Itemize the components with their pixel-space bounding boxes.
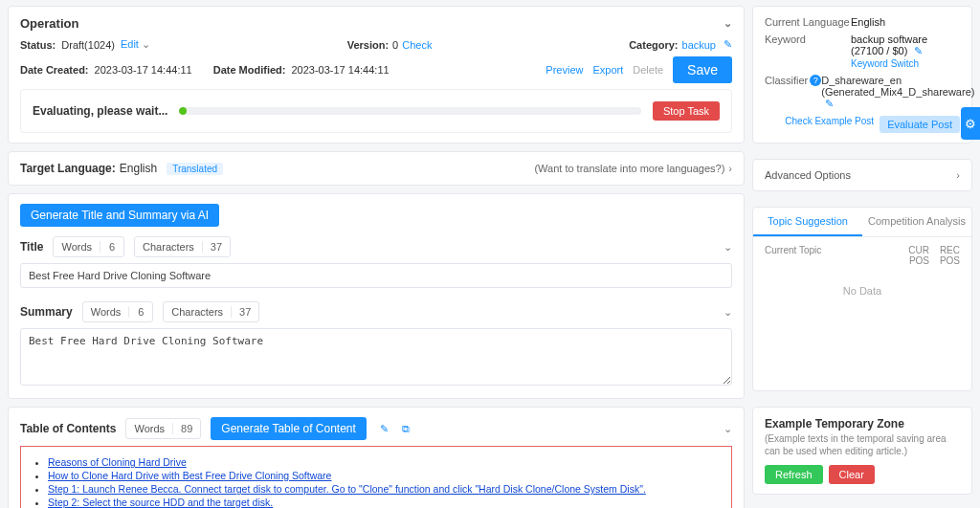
classifier-value-1: D_shareware_en bbox=[821, 75, 902, 86]
chevron-right-icon[interactable]: › bbox=[728, 163, 732, 174]
gear-icon[interactable]: ⚙ bbox=[961, 107, 980, 140]
target-language-panel: Target Language: English Translated (Wan… bbox=[8, 151, 745, 186]
toc-label: Table of Contents bbox=[20, 422, 116, 435]
edit-link[interactable]: Edit ⌄ bbox=[121, 38, 150, 51]
edit-icon[interactable]: ✎ bbox=[914, 45, 923, 56]
generate-toc-button[interactable]: Generate Table of Content bbox=[211, 417, 367, 440]
operation-panel: Operation ⌄ Status: Draft(1024) Edit ⌄ V… bbox=[8, 6, 745, 144]
preview-link[interactable]: Preview bbox=[546, 64, 583, 76]
clear-button[interactable]: Clear bbox=[829, 465, 875, 484]
date-created-label: Date Created: bbox=[20, 64, 89, 76]
keyword-label: Keyword bbox=[765, 33, 851, 69]
status-value: Draft(1024) bbox=[61, 39, 115, 51]
zone-desc: (Example texts in the temporal saving ar… bbox=[765, 432, 960, 457]
toc-item: Reasons of Cloning Hard Drive bbox=[48, 456, 722, 468]
edit-icon[interactable]: ✎ bbox=[724, 38, 732, 51]
edit-icon[interactable]: ✎ bbox=[825, 98, 834, 109]
summary-label: Summary bbox=[20, 305, 73, 319]
check-example-link[interactable]: Check Example Post bbox=[785, 116, 874, 133]
generate-ai-button[interactable]: Generate Title and Summary via AI bbox=[20, 204, 219, 227]
operation-title: Operation bbox=[20, 16, 78, 31]
version-label: Version: bbox=[347, 39, 389, 51]
toc-panel: Table of Contents Words89 Generate Table… bbox=[8, 407, 745, 508]
classifier-label: Classifier bbox=[765, 75, 808, 86]
temp-zone-panel: Example Temporary Zone (Example texts in… bbox=[752, 407, 972, 495]
progress-row: Evaluating, please wait... Stop Task bbox=[20, 89, 732, 133]
chevron-down-icon[interactable]: ⌄ bbox=[724, 423, 732, 435]
delete-link[interactable]: Delete bbox=[633, 64, 663, 76]
check-link[interactable]: Check bbox=[402, 39, 432, 51]
status-label: Status: bbox=[20, 39, 56, 51]
chevron-right-icon: › bbox=[956, 169, 960, 181]
current-topic-label: Current Topic bbox=[765, 245, 899, 266]
refresh-button[interactable]: Refresh bbox=[765, 465, 823, 484]
lang-value: English bbox=[851, 16, 960, 28]
toc-item: Step 1: Launch Renee Becca. Connect targ… bbox=[48, 483, 722, 495]
col-rec: RECPOS bbox=[929, 245, 960, 266]
col-cur: CURPOS bbox=[899, 245, 929, 266]
title-words-counter: Words6 bbox=[53, 236, 124, 257]
title-chars-counter: Characters37 bbox=[134, 236, 231, 257]
date-modified-label: Date Modified: bbox=[213, 64, 286, 76]
progress-bar bbox=[179, 107, 641, 115]
category-label: Category: bbox=[629, 39, 678, 51]
date-modified-value: 2023-03-17 14:44:11 bbox=[291, 64, 389, 76]
category-value[interactable]: backup bbox=[682, 39, 716, 51]
evaluating-text: Evaluating, please wait... bbox=[33, 104, 167, 118]
title-label: Title bbox=[20, 240, 43, 254]
version-value: 0 bbox=[392, 39, 398, 51]
toc-item: Step 2: Select the source HDD and the ta… bbox=[48, 497, 722, 508]
title-input[interactable] bbox=[20, 263, 732, 288]
no-data-text: No Data bbox=[765, 266, 960, 316]
advanced-panel[interactable]: Advanced Options › bbox=[752, 159, 972, 191]
summary-chars-counter: Characters37 bbox=[163, 301, 259, 322]
target-lang-value: English bbox=[120, 162, 157, 175]
evaluate-post-button[interactable]: Evaluate Post bbox=[880, 116, 960, 133]
advanced-label: Advanced Options bbox=[765, 169, 851, 181]
toc-item: How to Clone Hard Drive with Best Free D… bbox=[48, 470, 722, 481]
stop-task-button[interactable]: Stop Task bbox=[653, 101, 720, 121]
tab-topic-suggestion[interactable]: Topic Suggestion bbox=[753, 208, 862, 236]
tab-competition-analysis[interactable]: Competition Analysis bbox=[862, 208, 971, 236]
edit-icon[interactable]: ✎ bbox=[380, 423, 389, 435]
toc-words-counter: Words89 bbox=[125, 418, 201, 439]
content-panel: Generate Title and Summary via AI Title … bbox=[8, 193, 745, 399]
chevron-down-icon[interactable]: ⌄ bbox=[724, 306, 732, 319]
help-icon[interactable]: ? bbox=[810, 75, 821, 86]
zone-title: Example Temporary Zone bbox=[765, 417, 960, 431]
translate-more-link[interactable]: (Want to translate into more languages?) bbox=[534, 163, 724, 174]
classifier-value-2: (Generated_Mix4_D_shareware) bbox=[821, 86, 974, 98]
copy-icon[interactable]: ⧉ bbox=[402, 423, 410, 435]
export-link[interactable]: Export bbox=[592, 64, 623, 76]
lang-label: Current Language bbox=[765, 16, 851, 28]
chevron-down-icon[interactable]: ⌄ bbox=[724, 17, 732, 30]
summary-textarea[interactable] bbox=[20, 328, 732, 386]
save-button[interactable]: Save bbox=[673, 56, 732, 83]
topic-panel: Topic Suggestion Competition Analysis Cu… bbox=[752, 207, 972, 391]
chevron-down-icon[interactable]: ⌄ bbox=[724, 241, 732, 254]
info-panel: Current Language English Keyword backup … bbox=[752, 6, 972, 144]
date-created-value: 2023-03-17 14:44:11 bbox=[95, 64, 192, 76]
translated-tag: Translated bbox=[167, 163, 223, 175]
summary-words-counter: Words6 bbox=[82, 301, 154, 322]
toc-box: Reasons of Cloning Hard Drive How to Clo… bbox=[20, 446, 732, 508]
target-lang-label: Target Language: bbox=[20, 162, 116, 175]
keyword-switch-link[interactable]: Keyword Switch bbox=[851, 58, 919, 69]
